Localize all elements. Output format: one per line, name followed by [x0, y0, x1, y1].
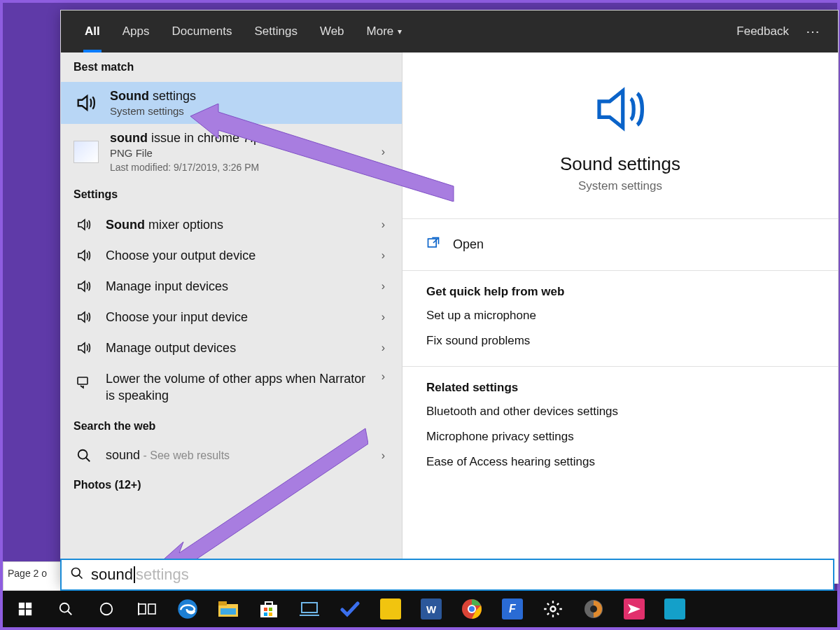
chevron-right-icon: ›: [382, 249, 389, 262]
svg-rect-6: [19, 603, 24, 608]
tab-apps[interactable]: Apps: [111, 10, 161, 52]
chevron-right-icon: ›: [382, 342, 389, 354]
help-fix-sound[interactable]: Fix sound problems: [402, 328, 838, 354]
speaker-icon: [74, 247, 94, 264]
chevron-right-icon: ›: [382, 370, 389, 383]
setting-output-device[interactable]: Choose your output device ›: [61, 240, 402, 271]
svg-point-27: [551, 607, 556, 612]
taskbar-app-settings-gear[interactable]: [533, 591, 573, 627]
search-typed-text: sound: [91, 566, 133, 584]
section-best-match: Best match: [61, 52, 402, 82]
speaker-icon: [74, 278, 94, 295]
svg-rect-7: [26, 603, 31, 608]
cortana-button[interactable]: [87, 591, 126, 627]
svg-point-29: [590, 606, 597, 612]
taskbar-app-chrome[interactable]: [452, 591, 491, 627]
svg-point-11: [101, 603, 113, 615]
help-setup-microphone[interactable]: Set up a microphone: [402, 303, 838, 328]
result-meta: Last modified: 9/17/2019, 3:26 PM: [110, 162, 370, 173]
setting-manage-output[interactable]: Manage output devices ›: [61, 332, 402, 363]
search-input[interactable]: soundsettings: [60, 559, 834, 591]
svg-rect-20: [269, 608, 272, 611]
more-options-button[interactable]: ⋯: [802, 23, 825, 40]
svg-point-10: [60, 603, 69, 612]
svg-rect-16: [218, 601, 227, 606]
section-photos: Photos (12+): [61, 470, 402, 500]
taskbar-app-teal[interactable]: [655, 591, 694, 627]
taskbar-app-photoscape[interactable]: [574, 591, 613, 627]
taskbar-app-store[interactable]: [249, 591, 288, 627]
related-ease-of-access[interactable]: Ease of Access hearing settings: [402, 449, 838, 475]
result-file-png[interactable]: sound issue in chrome 7.png PNG File Las…: [61, 124, 402, 180]
taskbar-app-file-explorer[interactable]: [209, 591, 248, 627]
taskbar-app-word[interactable]: W: [412, 591, 451, 627]
setting-label: Choose your input device: [106, 310, 370, 325]
svg-point-5: [72, 568, 80, 577]
svg-rect-13: [148, 604, 155, 614]
setting-label: Choose your output device: [106, 248, 370, 263]
speaker-icon: [74, 216, 94, 233]
preview-title: Sound settings: [416, 153, 824, 175]
speaker-icon: [74, 309, 94, 326]
result-title: Sound settings: [110, 89, 389, 104]
chevron-right-icon: ›: [382, 218, 389, 231]
setting-choose-input[interactable]: Choose your input device ›: [61, 302, 402, 332]
taskbar-app-todo[interactable]: [330, 591, 370, 627]
start-button[interactable]: [6, 591, 45, 627]
svg-rect-0: [78, 377, 88, 384]
narrator-icon: [74, 373, 94, 390]
speaker-icon: [416, 78, 824, 144]
search-icon: [74, 448, 94, 463]
svg-rect-21: [264, 612, 267, 616]
chevron-down-icon: ▾: [398, 27, 402, 36]
results-column: Best match Sound settings System setting…: [61, 52, 402, 583]
tab-all[interactable]: All: [74, 10, 111, 52]
file-thumbnail: [74, 139, 99, 164]
chevron-right-icon: ›: [382, 449, 389, 462]
preview-subtitle: System settings: [416, 179, 824, 193]
open-action[interactable]: Open: [402, 226, 838, 263]
section-settings: Settings: [61, 180, 402, 209]
taskbar-app-edge[interactable]: [168, 591, 207, 627]
setting-label: Manage input devices: [106, 279, 370, 294]
tab-settings[interactable]: Settings: [243, 10, 308, 52]
result-sound-settings[interactable]: Sound settings System settings: [61, 82, 402, 124]
svg-rect-9: [26, 610, 31, 615]
text-caret: [134, 566, 135, 583]
taskbar-app-laptop-icon[interactable]: [290, 591, 329, 627]
task-view-button[interactable]: [127, 591, 167, 627]
svg-rect-19: [264, 608, 267, 611]
open-icon: [426, 236, 440, 253]
taskbar: W F: [3, 591, 837, 627]
page-indicator: Page 2 o: [3, 561, 63, 591]
svg-rect-2: [428, 239, 437, 247]
search-scope-tabs: All Apps Documents Settings Web More▾ Fe…: [61, 10, 838, 52]
section-search-web: Search the web: [61, 412, 402, 441]
chevron-right-icon: ›: [382, 146, 389, 158]
chevron-right-icon: ›: [382, 311, 389, 323]
svg-point-1: [78, 449, 88, 458]
speaker-icon: [74, 90, 99, 115]
related-microphone-privacy[interactable]: Microphone privacy settings: [402, 424, 838, 449]
taskbar-search-button[interactable]: [46, 591, 85, 627]
web-result-label: sound - See web results: [106, 448, 370, 463]
svg-point-26: [469, 606, 475, 612]
setting-manage-input[interactable]: Manage input devices ›: [61, 271, 402, 302]
taskbar-app-pink[interactable]: [615, 591, 654, 627]
setting-sound-mixer[interactable]: Sound mixer options ›: [61, 209, 402, 240]
setting-label: Manage output devices: [106, 341, 370, 356]
setting-narrator-volume[interactable]: Lower the volume of other apps when Narr…: [61, 363, 402, 412]
tab-more[interactable]: More▾: [356, 10, 414, 52]
section-quick-help: Get quick help from web: [402, 278, 838, 303]
tab-documents[interactable]: Documents: [160, 10, 243, 52]
web-result[interactable]: sound - See web results ›: [61, 441, 402, 470]
related-bluetooth[interactable]: Bluetooth and other devices settings: [402, 399, 838, 424]
feedback-link[interactable]: Feedback: [724, 24, 802, 38]
taskbar-app-blue-f[interactable]: F: [493, 591, 532, 627]
tab-web[interactable]: Web: [309, 10, 356, 52]
chevron-right-icon: ›: [382, 280, 389, 293]
open-label: Open: [453, 237, 484, 252]
windows-search-panel: All Apps Documents Settings Web More▾ Fe…: [60, 10, 839, 584]
taskbar-app-sticky-notes[interactable]: [371, 591, 410, 627]
result-title: sound issue in chrome 7.png: [110, 131, 370, 146]
